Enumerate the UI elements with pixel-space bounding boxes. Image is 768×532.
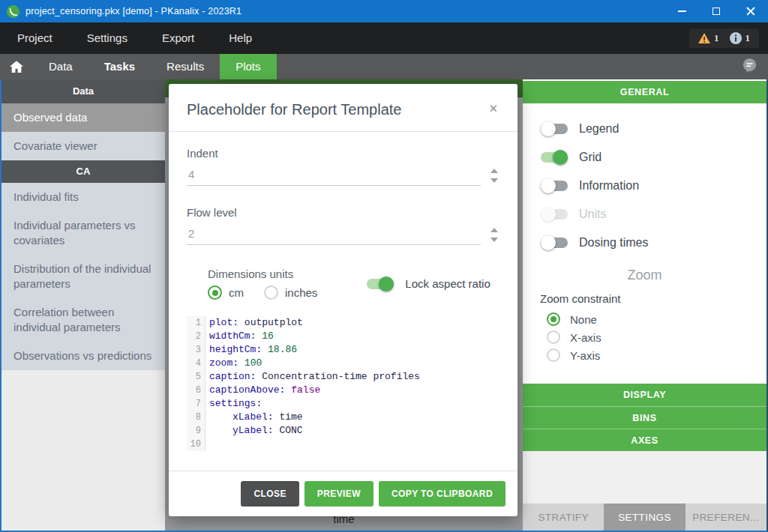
info-icon [730, 32, 742, 44]
toggle-row-information: Information [541, 172, 766, 200]
stepper-up-icon[interactable] [490, 169, 498, 173]
code-line: 9yLabel: CONC [187, 424, 500, 438]
settings-panel: GENERAL Legend Grid Information Units [523, 79, 766, 531]
info-notification[interactable]: 1 [730, 32, 751, 44]
zoom-constraint-yaxis-radio[interactable] [547, 348, 560, 362]
stepper-down-icon[interactable] [490, 178, 498, 183]
dialog-close-icon[interactable]: ✕ [487, 101, 500, 115]
code-line: 4zoom: 100 [187, 357, 500, 370]
flow-level-stepper [490, 228, 498, 242]
sidebar-item-observations-vs-predictions[interactable]: Observations vs predictions [2, 342, 165, 370]
inches-radio[interactable] [264, 285, 278, 300]
zoom-constraint-none-row: None [547, 310, 766, 328]
info-count: 1 [746, 32, 751, 44]
sidebar-item-distribution[interactable]: Distribution of the individual parameter… [2, 255, 165, 298]
information-toggle[interactable] [541, 181, 568, 191]
sidebar-item-observed-data[interactable]: Observed data [2, 103, 165, 132]
sidebar-section-ca[interactable]: CA [2, 160, 165, 183]
zoom-constraint-none-label: None [570, 313, 597, 326]
panel-bottom-tabs: STRATIFY SETTINGS PREFEREN... [523, 504, 766, 531]
sidebar-item-covariate-viewer[interactable]: Covariate viewer [2, 132, 165, 160]
dosing-times-toggle[interactable] [541, 238, 568, 248]
toggle-knob [541, 121, 556, 136]
maximize-button[interactable] [699, 0, 734, 22]
title-bar: project_censoring.pkx [demo] - PKanalix … [0, 0, 768, 22]
indent-field-group: Indent 4 [187, 147, 500, 186]
dialog-header: Placeholder for Report Template ✕ [169, 84, 518, 132]
zoom-constraint-xaxis-label: X-axis [570, 331, 602, 344]
bottom-tab-settings[interactable]: SETTINGS [604, 504, 685, 531]
panel-header-axes[interactable]: AXES [523, 429, 766, 451]
code-line: 6captionAbove: false [187, 384, 500, 397]
app-window: project_censoring.pkx [demo] - PKanalix … [0, 0, 768, 532]
code-line: 3heightCm: 18.86 [187, 343, 500, 357]
bottom-tab-preferences[interactable]: PREFEREN... [686, 504, 766, 531]
zoom-constraint-label: Zoom constraint [540, 292, 766, 305]
tab-plots[interactable]: Plots [220, 54, 276, 79]
menu-help[interactable]: Help [212, 22, 269, 54]
feedback-button[interactable] [742, 58, 758, 76]
tab-data[interactable]: Data [33, 54, 88, 79]
dimensions-units-group: Dimensions units cm inches [208, 267, 331, 300]
dimensions-row: Dimensions units cm inches Lock aspect r… [208, 267, 500, 300]
dimensions-units-label: Dimensions units [208, 267, 331, 280]
main-tab-bar: Data Tasks Results Plots [0, 54, 768, 79]
window-title: project_censoring.pkx [demo] - PKanalix … [26, 6, 242, 16]
dialog-footer: CLOSE PREVIEW COPY TO CLIPBOARD [169, 471, 518, 516]
lock-aspect-ratio-toggle[interactable] [367, 279, 394, 289]
panel-header-display[interactable]: DISPLAY [523, 384, 766, 406]
plots-sidebar: Data Observed data Covariate viewer CA I… [2, 79, 165, 531]
code-line: 2widthCm: 16 [187, 330, 500, 343]
close-button[interactable]: CLOSE [241, 481, 298, 507]
copy-to-clipboard-button[interactable]: COPY TO CLIPBOARD [379, 481, 506, 507]
zoom-section-heading: Zoom [523, 267, 766, 283]
indent-label: Indent [187, 147, 500, 160]
stepper-up-icon[interactable] [490, 228, 498, 232]
menu-project[interactable]: Project [0, 22, 70, 54]
preview-button[interactable]: PREVIEW [304, 481, 374, 507]
sidebar-item-correlation[interactable]: Correlation between individual parameter… [2, 298, 165, 342]
toggle-knob [553, 150, 568, 165]
tab-tasks[interactable]: Tasks [88, 54, 151, 79]
legend-toggle[interactable] [541, 124, 568, 134]
cm-radio[interactable] [208, 285, 222, 300]
zoom-constraint-none-radio[interactable] [547, 312, 560, 326]
general-toggles: Legend Grid Information Units Dosing tim… [523, 103, 766, 257]
code-line: 5caption: Concentration-time profiles [187, 370, 500, 384]
dialog-title: Placeholder for Report Template [187, 101, 401, 118]
zoom-constraint-yaxis-row: Y-axis [547, 346, 766, 364]
grid-toggle[interactable] [541, 152, 568, 163]
bottom-tab-stratify[interactable]: STRATIFY [523, 504, 604, 531]
lock-aspect-ratio-group: Lock aspect ratio [367, 277, 490, 290]
sidebar-section-data[interactable]: Data [2, 79, 165, 103]
close-window-button[interactable] [734, 0, 768, 22]
toggle-row-dosing-times: Dosing times [541, 229, 766, 257]
flow-level-label: Flow level [187, 206, 500, 219]
menu-settings[interactable]: Settings [70, 22, 145, 54]
maximize-icon [712, 7, 720, 15]
tab-results[interactable]: Results [151, 54, 220, 79]
indent-input[interactable]: 4 [187, 163, 481, 186]
window-controls [664, 0, 768, 22]
home-button[interactable] [0, 54, 33, 79]
menu-bar: Project Settings Export Help 1 1 [0, 22, 768, 54]
menu-export[interactable]: Export [145, 22, 212, 54]
panel-header-bins[interactable]: BINS [523, 406, 766, 429]
warning-notification[interactable]: 1 [698, 32, 719, 44]
zoom-constraint-yaxis-label: Y-axis [570, 349, 600, 362]
toggle-row-grid: Grid [541, 143, 766, 172]
panel-spacer [523, 364, 766, 384]
panel-header-general[interactable]: GENERAL [523, 81, 766, 103]
minimize-button[interactable] [664, 0, 699, 22]
zoom-constraint-xaxis-row: X-axis [547, 328, 766, 346]
sidebar-item-individual-fits[interactable]: Individual fits [2, 183, 165, 211]
stepper-down-icon[interactable] [490, 238, 498, 242]
toggle-knob [379, 276, 394, 291]
legend-label: Legend [579, 122, 619, 136]
notification-area[interactable]: 1 1 [689, 28, 759, 48]
sidebar-item-individual-params-vs-covariates[interactable]: Individual parameters vs covariates [2, 211, 165, 255]
yaml-code-editor[interactable]: 1plot: outputplot 2widthCm: 16 3heightCm… [187, 316, 500, 452]
flow-level-input[interactable]: 2 [187, 222, 481, 245]
zoom-constraint-xaxis-radio[interactable] [547, 330, 560, 344]
panel-filler [523, 451, 766, 504]
